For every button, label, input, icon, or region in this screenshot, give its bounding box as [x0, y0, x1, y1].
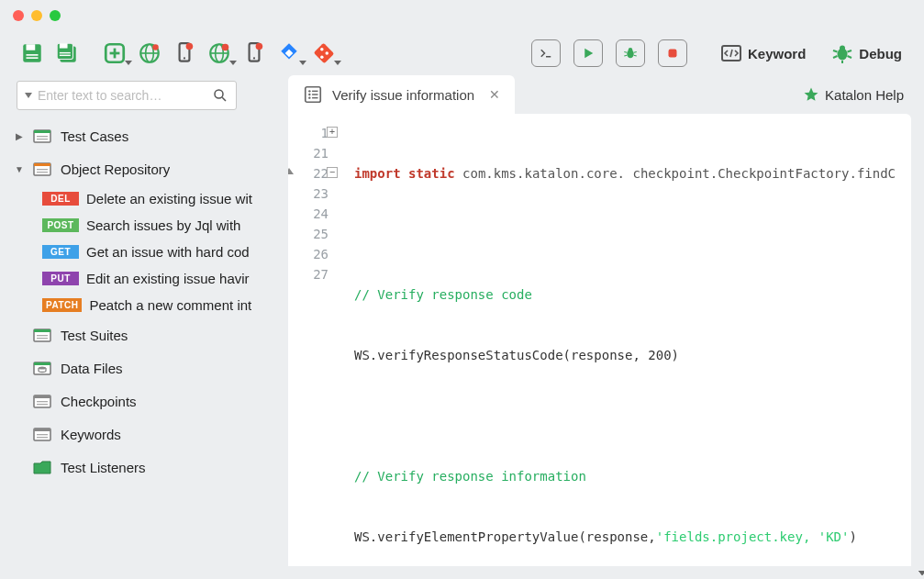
maximize-window-icon[interactable] — [50, 10, 61, 21]
svg-rect-50 — [37, 136, 48, 137]
tree-item-object-repository[interactable]: ▼ Object Repository — [13, 152, 275, 185]
svg-line-33 — [634, 52, 637, 53]
svg-line-35 — [634, 55, 637, 56]
svg-rect-68 — [34, 429, 50, 431]
tree-label: Test Suites — [61, 328, 128, 343]
svg-rect-36 — [668, 50, 676, 58]
tree-item-request[interactable]: DELDelete an existing issue wit — [13, 185, 275, 212]
keyword-mode-label: Keyword — [748, 46, 806, 61]
code-editor[interactable]: 1+ 21 22− 23 24 25 26 27 import static c… — [288, 114, 911, 566]
new-button[interactable] — [99, 38, 130, 69]
code-keyword: import — [354, 166, 401, 181]
svg-rect-61 — [34, 362, 50, 365]
close-window-icon[interactable] — [13, 10, 24, 21]
app-window: Keyword Debug ▶ Test Cases — [0, 0, 924, 579]
tree-label: Keywords — [61, 427, 121, 442]
star-icon — [803, 86, 819, 103]
tree-label: Checkpoints — [61, 394, 137, 409]
svg-point-27 — [326, 51, 328, 54]
svg-point-46 — [215, 90, 223, 98]
svg-rect-6 — [60, 43, 68, 48]
svg-line-43 — [833, 56, 838, 58]
tree-item-request[interactable]: PUTEdit an existing issue havir — [13, 265, 275, 292]
debug-button[interactable] — [616, 39, 645, 67]
tree-item-request[interactable]: GETGet an issue with hard cod — [13, 239, 275, 265]
svg-point-15 — [152, 44, 159, 50]
terminal-button[interactable] — [531, 39, 561, 67]
code-comment: // Verify response information — [354, 469, 586, 484]
http-method-badge: DEL — [42, 192, 79, 206]
tree-item-request[interactable]: PATCHPeatch a new comment int — [13, 292, 275, 318]
svg-rect-57 — [34, 329, 50, 332]
debug-mode-label: Debug — [859, 46, 902, 61]
svg-rect-59 — [37, 338, 48, 339]
tree-label: Test Cases — [61, 128, 128, 144]
tree-item-test-cases[interactable]: ▶ Test Cases — [13, 119, 275, 152]
debug-mode-button[interactable]: Debug — [826, 42, 907, 64]
search-input[interactable] — [17, 81, 237, 110]
git-button[interactable] — [308, 38, 340, 69]
spy-mobile-button[interactable] — [169, 38, 200, 69]
svg-point-24 — [253, 57, 255, 59]
expand-icon[interactable]: ▶ — [15, 131, 24, 141]
svg-rect-3 — [27, 57, 39, 59]
tree-item-data-files[interactable]: Data Files — [13, 351, 275, 384]
tree-item-keywords[interactable]: Keywords — [13, 418, 275, 451]
tree-label: Edit an existing issue havir — [86, 271, 250, 286]
run-button[interactable] — [573, 39, 603, 67]
jira-button[interactable] — [273, 38, 305, 69]
search-field[interactable] — [38, 88, 206, 103]
editor-tab[interactable]: Verify issue information ✕ — [288, 75, 515, 114]
keyword-mode-button[interactable]: Keyword — [715, 42, 811, 64]
svg-point-72 — [308, 90, 310, 92]
stop-button[interactable] — [658, 39, 687, 67]
svg-point-17 — [184, 57, 185, 59]
fold-icon[interactable]: + — [327, 127, 338, 138]
folder-icon — [31, 158, 53, 180]
code-text: WS.verifyElementPropertyValue(response, — [354, 529, 656, 544]
search-icon — [212, 87, 228, 104]
spy-web-button[interactable] — [134, 38, 165, 69]
folder-icon — [31, 125, 53, 147]
http-method-badge: POST — [42, 218, 79, 232]
http-method-badge: GET — [42, 245, 79, 259]
svg-point-28 — [320, 56, 323, 59]
folder-icon — [31, 456, 53, 478]
close-tab-icon[interactable]: ✕ — [489, 87, 500, 102]
tree-label: Object Repository — [61, 161, 170, 177]
tree-item-test-listeners[interactable]: Test Listeners — [13, 451, 275, 484]
svg-rect-55 — [37, 172, 48, 173]
svg-rect-58 — [37, 335, 48, 336]
svg-point-31 — [629, 48, 633, 52]
svg-point-25 — [256, 43, 263, 50]
code-text: WS.verifyResponseStatusCode(response, 20… — [354, 348, 679, 362]
toolbar: Keyword Debug — [0, 31, 924, 75]
svg-rect-69 — [37, 434, 48, 435]
tree-item-test-suites[interactable]: Test Suites — [13, 318, 275, 351]
tree-label: Data Files — [61, 361, 123, 376]
fold-icon[interactable]: − — [327, 167, 338, 178]
tree-item-request[interactable]: POSTSearch issues by Jql with — [13, 212, 275, 239]
collapse-icon[interactable]: ▼ — [15, 164, 24, 174]
save-button[interactable] — [17, 38, 48, 69]
minimize-window-icon[interactable] — [31, 10, 42, 21]
tree-item-checkpoints[interactable]: Checkpoints — [13, 384, 275, 418]
save-all-button[interactable] — [51, 38, 83, 69]
svg-rect-53 — [34, 163, 50, 166]
katalon-help-label: Katalon Help — [825, 87, 904, 103]
tree-label: Get an issue with hard cod — [86, 244, 250, 260]
svg-rect-2 — [27, 54, 39, 56]
svg-point-76 — [308, 96, 310, 98]
svg-line-42 — [848, 50, 852, 52]
record-web-button[interactable] — [204, 38, 235, 69]
tree-label: Delete an existing issue wit — [86, 191, 252, 206]
svg-point-74 — [308, 94, 310, 95]
record-mobile-button[interactable] — [239, 38, 270, 69]
folder-icon — [31, 390, 53, 412]
svg-point-26 — [320, 48, 323, 50]
katalon-help-button[interactable]: Katalon Help — [803, 86, 904, 103]
svg-rect-66 — [37, 404, 48, 405]
search-filter-dropdown-icon[interactable] — [25, 93, 32, 98]
code-keyword: static — [408, 166, 455, 181]
tab-title: Verify issue information — [332, 87, 474, 103]
